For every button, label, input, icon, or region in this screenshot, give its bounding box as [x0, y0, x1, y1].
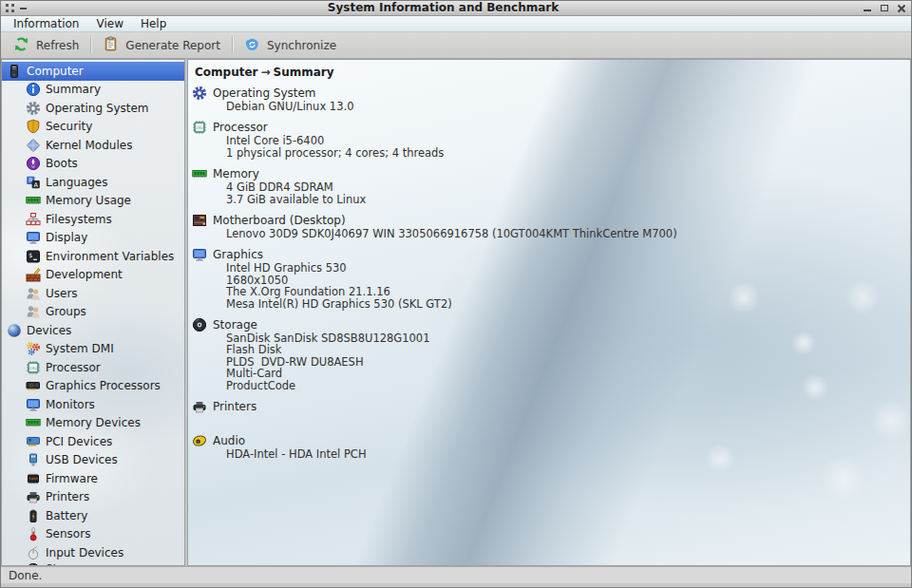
- section-lines: SanDisk SanDisk SD8SB8U128G1001Flash Dis…: [226, 332, 906, 391]
- sidebar-item-users[interactable]: Users: [2, 284, 184, 303]
- sidebar-item-boots[interactable]: Boots: [2, 155, 184, 174]
- sidebar-item-label: System DMI: [46, 342, 114, 355]
- sidebar-item-security[interactable]: Security: [2, 118, 184, 137]
- sidebar-item-label: PCI Devices: [46, 435, 112, 448]
- sidebar-item-system-dmi[interactable]: System DMI: [2, 340, 184, 359]
- section-line: ProductCode: [226, 380, 906, 391]
- menu-help[interactable]: Help: [132, 16, 175, 31]
- sidebar-item-processor[interactable]: CPUProcessor: [2, 358, 184, 377]
- sidebar-item-label: Printers: [46, 490, 89, 503]
- sidebar-item-printers[interactable]: Printers: [2, 488, 184, 507]
- gpu-icon: [25, 378, 41, 393]
- memory-icon: [25, 415, 41, 430]
- breadcrumb-parent: Computer: [195, 66, 257, 79]
- monitor-icon: [25, 230, 41, 245]
- toolbar-synchronize-button[interactable]: Synchronize: [234, 32, 347, 58]
- sidebar-item-label: Kernel Modules: [46, 139, 132, 152]
- security-icon: [25, 119, 41, 134]
- window-menu-icon[interactable]: [6, 4, 14, 12]
- sensors-icon: [25, 526, 41, 541]
- sidebar-item-monitors[interactable]: Monitors: [2, 395, 184, 414]
- close-button[interactable]: [896, 3, 906, 13]
- section-audio: AudioHDA-Intel - HDA Intel PCH: [191, 433, 906, 460]
- mouse-icon: [25, 545, 41, 560]
- section-line: HDA-Intel - HDA Intel PCH: [226, 448, 906, 460]
- section-lines: Intel Core i5-64001 physical processor; …: [226, 135, 906, 159]
- sidebar-item-graphics-processors[interactable]: Graphics Processors: [2, 377, 184, 396]
- sidebar-item-label: Memory Devices: [46, 416, 141, 429]
- svg-text:$: $: [28, 252, 32, 259]
- sidebar-item-sensors[interactable]: Sensors: [2, 525, 184, 544]
- menu-view[interactable]: View: [87, 16, 131, 31]
- app-window: System Information and Benchmark Informa…: [0, 0, 912, 588]
- os-gear-icon: [191, 85, 208, 102]
- kernel-modules-icon: [25, 138, 41, 153]
- sidebar-item-memory-devices[interactable]: Memory Devices: [2, 414, 184, 433]
- toolbar-refresh-button[interactable]: Refresh: [3, 32, 89, 58]
- printer-icon: [25, 489, 41, 504]
- sidebar-item-label: Monitors: [46, 398, 95, 411]
- sidebar-item-label: Devices: [27, 324, 71, 337]
- menubar: Information View Help: [1, 16, 911, 32]
- terminal-icon: $: [25, 249, 41, 264]
- section-header: Operating System: [191, 85, 906, 101]
- sidebar-item-usb-devices[interactable]: USB Devices: [2, 451, 184, 470]
- operating-system-icon: [25, 101, 41, 116]
- sidebar-item-label: Environment Variables: [46, 250, 174, 263]
- sidebar-item-label: Memory Usage: [46, 194, 131, 207]
- sidebar-item-environment-variables[interactable]: $Environment Variables: [2, 247, 184, 266]
- motherboard-icon: [191, 213, 208, 229]
- sidebar-item-groups[interactable]: Groups: [2, 303, 184, 322]
- synchronize-icon: [244, 36, 260, 55]
- sidebar-item-computer[interactable]: Computer: [2, 62, 184, 81]
- menu-information[interactable]: Information: [5, 16, 87, 31]
- sidebar-item-operating-system[interactable]: Operating System: [2, 99, 184, 118]
- sidebar-item-battery[interactable]: Battery: [2, 506, 184, 525]
- section-line: [226, 414, 906, 426]
- memory-icon: [25, 193, 41, 208]
- titlebar[interactable]: System Information and Benchmark: [1, 1, 911, 16]
- content-pane: Computer→Summary Operating SystemDebian …: [187, 59, 911, 566]
- sidebar-item-kernel-modules[interactable]: Kernel Modules: [2, 136, 184, 155]
- section-header: Printers: [191, 399, 906, 414]
- groups-icon: [25, 304, 41, 319]
- minimize-button[interactable]: [862, 3, 872, 13]
- sidebar-item-input-devices[interactable]: Input Devices: [2, 543, 184, 562]
- window-controls: [862, 3, 906, 13]
- printer-icon: [191, 399, 208, 415]
- sidebar-item-firmware[interactable]: FLASHFirmware: [2, 469, 184, 488]
- section-lines: Debian GNU/Linux 13.0: [226, 101, 906, 112]
- sidebar-item-label: Firmware: [46, 472, 98, 485]
- toolbar-generate-report-button[interactable]: Generate Report: [92, 32, 231, 58]
- development-icon: [25, 267, 41, 282]
- sidebar-item-memory-usage[interactable]: Memory Usage: [2, 192, 184, 211]
- section-lines: [226, 414, 906, 426]
- sidebar-item-filesystems[interactable]: Filesystems: [2, 210, 184, 229]
- maximize-button[interactable]: [879, 3, 889, 13]
- filesystems-icon: [25, 212, 41, 227]
- audio-icon: [191, 433, 208, 449]
- section-storage: StorageSanDisk SanDisk SD8SB8U128G1001Fl…: [191, 317, 906, 391]
- summary-icon: [25, 82, 41, 97]
- firmware-icon: FLASH: [25, 471, 41, 486]
- section-title: Printers: [213, 400, 256, 413]
- sidebar-item-label: Sensors: [46, 527, 90, 541]
- section-title: Memory: [213, 167, 259, 180]
- breadcrumb-current: Summary: [274, 66, 334, 79]
- sidebar-item-label: USB Devices: [46, 453, 118, 466]
- sidebar-item-summary[interactable]: Summary: [2, 81, 184, 100]
- sidebar-item-devices[interactable]: Devices: [2, 321, 184, 340]
- sidebar-item-pci-devices[interactable]: PCI Devices: [2, 432, 184, 451]
- sidebar-item-label: Summary: [46, 83, 101, 96]
- boots-icon: [25, 156, 41, 171]
- section-line: Multi-Card: [226, 368, 906, 379]
- sidebar-item-label: Languages: [46, 176, 107, 189]
- section-line: Debian GNU/Linux 13.0: [226, 101, 906, 112]
- breadcrumb: Computer→Summary: [188, 60, 910, 82]
- sidebar-item-display[interactable]: Display: [2, 229, 184, 248]
- shade-icon[interactable]: [20, 8, 27, 9]
- section-header: Memory: [191, 166, 906, 181]
- sidebar-item-development[interactable]: Development: [2, 266, 184, 285]
- section-printers: Printers: [191, 399, 906, 426]
- sidebar-item-languages[interactable]: RALanguages: [2, 173, 184, 192]
